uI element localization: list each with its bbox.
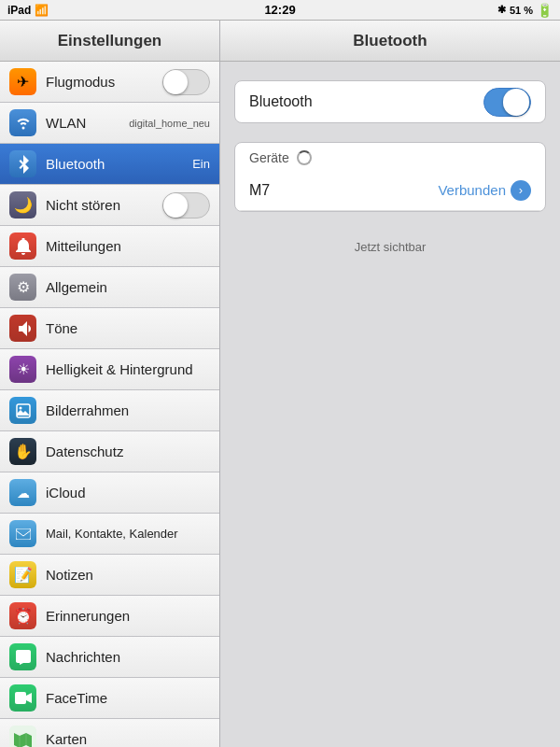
sidebar-item-nachrichten[interactable]: Nachrichten [0,637,219,678]
geraete-header: Geräte [235,143,545,170]
sidebar-item-mail[interactable]: Mail, Kontakte, Kalender [0,514,219,555]
airplane-icon: ✈ [9,68,36,95]
sidebar-item-facetime[interactable]: FaceTime [0,678,219,719]
loading-spinner [297,150,312,165]
bluetooth-row: Bluetooth [235,81,545,122]
status-time: 12:29 [264,3,295,17]
helligkeit-label: Helligkeit & Hintergrund [46,361,210,377]
flugmodus-label: Flugmodus [46,74,153,90]
donotdisturb-icon: 🌙 [9,191,36,218]
main-container: Einstellungen ✈ Flugmodus WLAN digital_h… [0,21,560,747]
sidebar-item-helligkeit[interactable]: ☀ Helligkeit & Hintergrund [0,349,219,390]
nicht-stoeren-toggle[interactable] [162,192,210,218]
visible-note: Jetzt sichtbar [234,231,546,263]
sidebar-item-mitteilungen[interactable]: Mitteilungen [0,226,219,267]
device-status-label: Verbunden [438,182,506,198]
reminders-icon: ⏰ [9,602,36,629]
datenschutz-label: Datenschutz [46,444,210,459]
sidebar-item-karten[interactable]: Karten [0,719,219,747]
sounds-icon [9,315,36,342]
notizen-label: Notizen [46,567,210,583]
right-panel-title: Bluetooth [353,32,427,50]
icloud-label: iCloud [46,485,210,500]
general-icon: ⚙ [9,274,36,301]
maps-icon [9,726,36,747]
device-status: Verbunden › [438,180,531,201]
notes-icon: 📝 [9,561,36,588]
svg-rect-2 [16,529,31,540]
mail-icon [9,520,36,547]
bilderrahmen-label: Bilderrahmen [46,402,210,418]
bluetooth-icon [9,150,36,177]
svg-point-1 [19,406,21,409]
wallpaper-icon: ☀ [9,356,36,383]
messages-icon [9,643,36,670]
sidebar-item-erinnerungen[interactable]: ⏰ Erinnerungen [0,596,219,637]
toene-label: Töne [46,320,210,336]
sidebar-item-allgemein[interactable]: ⚙ Allgemein [0,267,219,308]
battery-label: 51 % [510,5,533,16]
flugmodus-toggle[interactable] [162,69,210,95]
geraete-label: Geräte [249,150,289,165]
bluetooth-settings-card: Bluetooth [234,80,546,123]
ipad-label: iPad [7,4,31,17]
sidebar-item-toene[interactable]: Töne [0,308,219,349]
privacy-icon: ✋ [9,438,36,465]
allgemein-label: Allgemein [46,279,210,295]
sidebar-item-notizen[interactable]: 📝 Notizen [0,555,219,596]
svg-rect-3 [15,692,26,704]
bluetooth-label: Bluetooth [46,156,183,172]
sidebar-item-bilderrahmen[interactable]: Bilderrahmen [0,390,219,431]
erinnerungen-label: Erinnerungen [46,608,210,624]
icloud-icon: ☁ [9,479,36,506]
nicht-stoeren-label: Nicht stören [46,197,153,213]
right-panel: Bluetooth Bluetooth Geräte M7 [220,21,560,747]
facetime-icon [9,684,36,712]
right-panel-content: Bluetooth Geräte M7 Verbunden › [220,62,560,282]
sidebar-item-datenschutz[interactable]: ✋ Datenschutz [0,431,219,472]
device-row-m7[interactable]: M7 Verbunden › [235,170,545,211]
facetime-label: FaceTime [46,690,210,706]
bluetooth-status-icon: ✱ [497,4,506,16]
bluetooth-toggle-thumb [503,89,529,116]
mail-label: Mail, Kontakte, Kalender [46,527,210,541]
status-right: ✱ 51 % 🔋 [497,3,553,18]
sidebar-item-wlan[interactable]: WLAN digital_home_neu [0,103,219,144]
sidebar-header: Einstellungen [0,21,219,62]
sidebar-title: Einstellungen [58,32,161,50]
nachrichten-label: Nachrichten [46,649,210,665]
device-name: M7 [249,182,438,199]
notifications-icon [9,233,36,260]
sidebar-item-bluetooth[interactable]: Bluetooth Ein [0,144,219,185]
bluetooth-row-label: Bluetooth [249,93,483,110]
sidebar-item-flugmodus[interactable]: ✈ Flugmodus [0,62,219,103]
wifi-icon: 📶 [35,4,49,17]
right-panel-header: Bluetooth [220,21,560,62]
device-chevron[interactable]: › [511,180,531,201]
bluetooth-badge: Ein [192,157,210,171]
sidebar-item-icloud[interactable]: ☁ iCloud [0,472,219,514]
wifi-icon-sidebar [9,109,36,136]
bluetooth-toggle[interactable] [483,88,531,117]
karten-label: Karten [46,731,210,747]
geraete-card: Geräte M7 Verbunden › [234,142,546,212]
sidebar-item-nicht-stoeren[interactable]: 🌙 Nicht stören [0,185,219,226]
mitteilungen-label: Mitteilungen [46,238,210,254]
photoframe-icon [9,397,36,424]
status-bar: iPad 📶 12:29 ✱ 51 % 🔋 [0,0,560,21]
battery-icon: 🔋 [537,3,553,18]
status-left: iPad 📶 [7,4,49,17]
wlan-network: digital_home_neu [129,118,210,129]
visible-note-text: Jetzt sichtbar [355,240,427,254]
sidebar: Einstellungen ✈ Flugmodus WLAN digital_h… [0,21,220,747]
